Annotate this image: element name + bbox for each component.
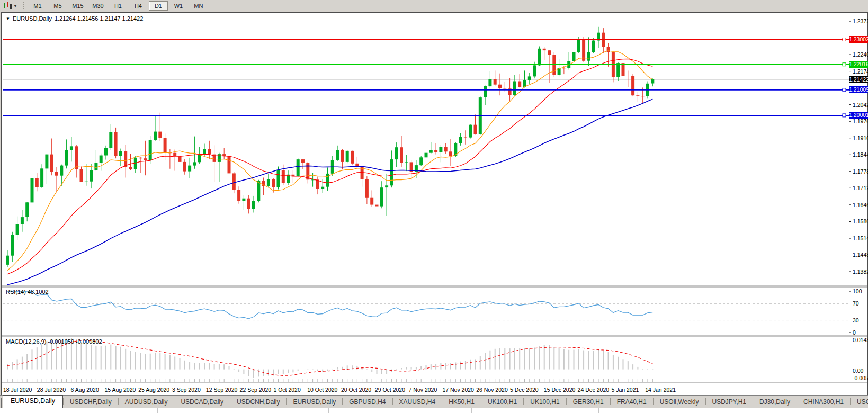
- tabs-container: EURUSD,DailyUSDCHF,DailyAUDUSD,DailyUSDC…: [2, 395, 868, 408]
- chart-tab-5[interactable]: EURUSD,Daily: [287, 397, 342, 408]
- date-axis-label: 10 Oct 2020: [307, 387, 337, 393]
- chart-tab-11[interactable]: GER30,H1: [567, 397, 610, 408]
- date-axis-label: 14 Jan 2021: [645, 387, 676, 393]
- timeframe-button-m15[interactable]: M15: [68, 1, 87, 11]
- chart-tab-14[interactable]: USDJPY,H1: [706, 397, 753, 408]
- chart-tab-9[interactable]: UK100,H1: [481, 397, 523, 408]
- price-tick-label: 1.21745: [853, 68, 868, 75]
- date-axis-label: 20 Oct 2020: [341, 387, 371, 393]
- date-axis-label: 5 Jan 2021: [611, 387, 639, 393]
- price-tick-label: 1.23725: [853, 18, 868, 24]
- date-axis-label: 6 Aug 2020: [71, 387, 99, 393]
- chart-dropdown-icon[interactable]: ▼: [6, 16, 10, 21]
- chart-tab-10[interactable]: UK100,H1: [524, 397, 566, 408]
- chart-title: ▼ EURUSD,Daily 1.21264 1.21456 1.21147 1…: [6, 15, 143, 22]
- price-tick-label: 1.17785: [853, 168, 868, 175]
- timeframe-button-m30[interactable]: M30: [88, 1, 108, 11]
- price-badge-1.21009: 1.21009: [849, 86, 868, 93]
- chart-tab-4[interactable]: USDCNH,Daily: [230, 397, 286, 408]
- timeframe-button-m1[interactable]: M1: [28, 1, 47, 11]
- chart-style-icon[interactable]: [2, 2, 13, 10]
- date-axis-label: 29 Oct 2020: [375, 387, 405, 393]
- date-axis-label: 28 Jul 2020: [37, 387, 66, 393]
- timeframe-button-h4[interactable]: H4: [129, 1, 148, 11]
- date-axis-label: 22 Sep 2020: [240, 387, 272, 393]
- rsi-axis-label: 30: [853, 317, 859, 324]
- chart-tab-3[interactable]: USDCAD,Daily: [174, 397, 230, 408]
- macd-axis-label: 0.014384: [853, 337, 868, 343]
- price-badge-1.22016: 1.22016: [849, 61, 868, 68]
- panel-divider: [471, 408, 472, 413]
- price-tick-label: 1.15145: [853, 235, 868, 241]
- chart-tab-bar: EURUSD,DailyUSDCHF,DailyAUDUSD,DailyUSDC…: [0, 395, 868, 408]
- rsi-indicator-label: RSI(14) 48.1002: [6, 289, 49, 295]
- timeframe-button-m5[interactable]: M5: [48, 1, 67, 11]
- date-axis-label: 24 Dec 2020: [578, 387, 610, 393]
- chart-tab-15[interactable]: DJ30,Daily: [753, 397, 797, 408]
- chart-canvas[interactable]: [2, 13, 867, 395]
- chart-tab-13[interactable]: USOil,Weekly: [654, 397, 705, 408]
- chart-tab-1[interactable]: USDCHF,Daily: [64, 397, 118, 408]
- price-badge-1.23002: 1.23002: [849, 36, 868, 43]
- panel-divider: [598, 408, 599, 413]
- date-axis-label: 15 Dec 2020: [544, 387, 576, 393]
- price-tick-label: 1.16465: [853, 202, 868, 208]
- date-axis-label: 7 Nov 2020: [409, 387, 437, 393]
- chart-bg: [2, 13, 867, 395]
- price-tick-label: 1.20425: [853, 102, 868, 108]
- date-axis-label: 25 Aug 2020: [138, 387, 169, 393]
- chart-tab-16[interactable]: CHINA300,H1: [797, 397, 850, 408]
- panel-divider: [673, 408, 673, 413]
- date-axis-label: 1 Oct 2020: [273, 387, 300, 393]
- price-tick-label: 1.13825: [853, 268, 868, 275]
- price-tick-label: 1.19105: [853, 135, 868, 141]
- macd-axis-label: -0.005396: [853, 375, 868, 381]
- price-badge-1.21422: 1.21422: [849, 76, 868, 83]
- price-tick-label: 1.18445: [853, 151, 868, 158]
- timeframe-button-d1[interactable]: D1: [149, 1, 168, 11]
- price-tick-label: 1.19765: [853, 118, 868, 124]
- chart-window: ▼ EURUSD,Daily 1.21264 1.21456 1.21147 1…: [1, 12, 868, 396]
- chart-tab-7[interactable]: XAUUSD,H4: [393, 397, 442, 408]
- toolbar-grip[interactable]: [23, 2, 24, 10]
- date-axis-label: 18 Jul 2020: [3, 387, 32, 393]
- date-axis-label: 15 Aug 2020: [104, 387, 136, 393]
- panel-divider: [94, 408, 94, 413]
- panel-divider: [328, 408, 329, 413]
- chart-ohlc-values: 1.21264 1.21456 1.21147 1.21422: [55, 15, 143, 22]
- date-axis-label: 17 Nov 2020: [442, 387, 474, 393]
- timeframe-button-w1[interactable]: W1: [169, 1, 188, 11]
- date-axis-label: 5 Dec 2020: [510, 387, 539, 393]
- chart-tab-0[interactable]: EURUSD,Daily: [3, 395, 63, 408]
- date-axis-label: 26 Nov 2020: [476, 387, 508, 393]
- price-tick-label: 1.14485: [853, 252, 868, 258]
- rsi-axis-label: 70: [853, 300, 859, 307]
- date-axis-label: 12 Sep 2020: [206, 387, 238, 393]
- timeframe-button-group: M1M5M15M30H1H4D1W1MN: [28, 1, 209, 11]
- macd-axis-label: 0.00: [853, 367, 863, 374]
- price-tick-label: 1.22405: [853, 51, 868, 58]
- top-toolbar: ▼ M1M5M15M30H1H4D1W1MN: [0, 0, 868, 12]
- chart-tab-2[interactable]: AUDUSD,Daily: [119, 397, 174, 408]
- chart-tab-8[interactable]: HK50,H1: [442, 397, 481, 408]
- price-tick-label: 1.17125: [853, 185, 868, 191]
- rsi-axis-label: 0: [853, 329, 856, 336]
- rsi-axis-label: 100: [853, 288, 862, 294]
- price-badge-1.20001: 1.20001: [849, 112, 868, 119]
- chart-symbol-label: EURUSD,Daily: [13, 15, 52, 22]
- chart-tab-6[interactable]: GBPUSD,H4: [343, 397, 392, 408]
- date-axis-label: 3 Sep 2020: [172, 387, 201, 393]
- timeframe-button-h1[interactable]: H1: [109, 1, 128, 11]
- macd-indicator-label: MACD(12,26,9) -0.001059 -0.000802: [6, 338, 102, 345]
- panel-divider: [747, 408, 747, 413]
- chart-tab-12[interactable]: FRA40,H1: [611, 397, 653, 408]
- chevron-down-icon[interactable]: ▼: [13, 4, 17, 8]
- panel-divider: [157, 408, 158, 413]
- price-tick-label: 1.15805: [853, 218, 868, 225]
- bottom-panel-edge: [0, 408, 868, 413]
- timeframe-button-mn[interactable]: MN: [189, 1, 208, 11]
- chart-tab-17[interactable]: USOil,: [851, 397, 868, 408]
